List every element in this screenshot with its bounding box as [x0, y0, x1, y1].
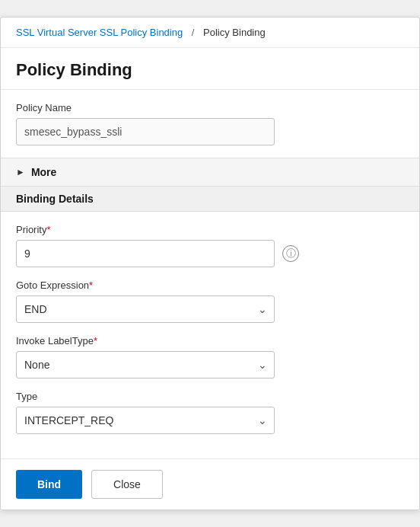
breadcrumb-link[interactable]: SSL Virtual Server SSL Policy Binding — [16, 27, 183, 38]
bind-button[interactable]: Bind — [16, 470, 82, 499]
breadcrumb: SSL Virtual Server SSL Policy Binding / … — [1, 18, 419, 48]
type-select[interactable]: INTERCEPT_REQ INTERCEPT_RES FORWARD — [16, 407, 275, 434]
policy-binding-dialog: SSL Virtual Server SSL Policy Binding / … — [0, 17, 420, 510]
policy-name-label: Policy Name — [16, 102, 404, 113]
breadcrumb-current: Policy Binding — [203, 27, 266, 38]
policy-name-section: Policy Name — [1, 90, 419, 158]
info-icon[interactable]: ⓘ — [282, 245, 299, 262]
priority-label: Priority — [16, 224, 404, 235]
binding-details-label: Binding Details — [16, 193, 94, 205]
binding-details-header: Binding Details — [1, 187, 419, 212]
priority-input[interactable] — [16, 240, 275, 267]
more-label: More — [31, 166, 56, 178]
goto-expression-field-group: Goto Expression END NEXT USE_INVOCATION_… — [16, 279, 404, 323]
page-title-section: Policy Binding — [1, 48, 419, 90]
binding-fields: Priority ⓘ Goto Expression END NEXT USE_… — [1, 212, 419, 458]
close-button[interactable]: Close — [91, 470, 163, 499]
type-wrapper: INTERCEPT_REQ INTERCEPT_RES FORWARD ⌄ — [16, 407, 275, 434]
goto-expression-label: Goto Expression — [16, 279, 404, 291]
type-label: Type — [16, 391, 404, 402]
invoke-labeltype-field-group: Invoke LabelType None reqvserver resvser… — [16, 335, 404, 378]
footer-buttons: Bind Close — [1, 458, 419, 509]
goto-expression-select[interactable]: END NEXT USE_INVOCATION_RESULT — [16, 295, 275, 323]
invoke-labeltype-select[interactable]: None reqvserver resvserver policylabel — [16, 351, 275, 378]
goto-expression-wrapper: END NEXT USE_INVOCATION_RESULT ⌄ — [16, 295, 275, 323]
breadcrumb-separator: / — [192, 27, 195, 38]
more-toggle[interactable]: ► More — [1, 158, 419, 187]
page-title: Policy Binding — [16, 60, 404, 80]
priority-row: ⓘ — [16, 240, 404, 267]
invoke-labeltype-label: Invoke LabelType — [16, 335, 404, 347]
priority-field-group: Priority ⓘ — [16, 224, 404, 267]
policy-name-input[interactable] — [16, 118, 275, 145]
type-field-group: Type INTERCEPT_REQ INTERCEPT_RES FORWARD… — [16, 391, 404, 434]
more-toggle-icon: ► — [16, 167, 25, 177]
invoke-labeltype-wrapper: None reqvserver resvserver policylabel ⌄ — [16, 351, 275, 378]
